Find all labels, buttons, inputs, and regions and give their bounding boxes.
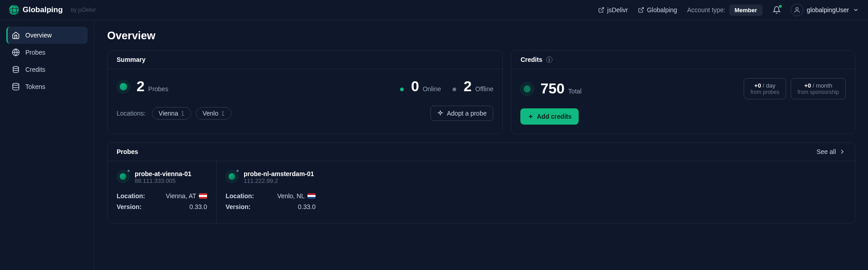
svg-point-5 — [13, 66, 19, 69]
sparkle-icon — [437, 110, 443, 116]
probe-item[interactable]: probe-nl-amsterdam-01 111.222.99.2 Locat… — [216, 161, 325, 223]
chevron-down-icon — [853, 7, 859, 13]
svg-line-0 — [601, 8, 604, 10]
probes-title: Probes — [117, 148, 138, 155]
coins-icon — [12, 65, 20, 74]
summary-title: Summary — [108, 51, 502, 69]
total-probes-label: Probes — [148, 85, 168, 93]
globe-icon — [12, 48, 20, 56]
account-type-label: Account type: — [687, 6, 726, 14]
summary-card: Summary 2 Probes 0 Online — [107, 50, 503, 134]
page-title: Overview — [107, 29, 855, 42]
probe-version-value: 0.33.0 — [189, 203, 207, 210]
notifications-button[interactable] — [773, 6, 781, 14]
probe-item[interactable]: probe-at-vienna-01 88.111.333.005 Locati… — [108, 161, 216, 223]
svg-point-8 — [526, 88, 528, 90]
credits-per-month-box: +0 / month from sponsorship — [791, 78, 846, 99]
credits-per-day-value: +0 — [755, 82, 761, 89]
credits-per-month-sub: from sponsorship — [797, 89, 839, 95]
user-icon — [793, 6, 801, 14]
locations-label: Locations: — [117, 110, 146, 117]
sidebar-item-label: Tokens — [25, 83, 45, 90]
probe-icon — [117, 80, 130, 93]
database-icon — [12, 83, 20, 91]
location-chip-name: Vienna — [159, 110, 178, 117]
probe-location-label: Location: — [117, 192, 145, 200]
brand-name: Globalping — [23, 5, 63, 14]
offline-stat: 2 Offline — [453, 78, 493, 95]
probe-location-value: Venlo, NL — [277, 192, 305, 200]
external-link-icon — [598, 7, 604, 13]
flag-at-icon — [199, 193, 207, 199]
probe-location-value: Vienna, AT — [166, 192, 196, 200]
add-credits-button[interactable]: Add credits — [520, 108, 579, 125]
main-content: Overview Summary 2 Probes 0 — [94, 20, 868, 270]
credits-per-day-box: +0 / day from probes — [744, 78, 786, 99]
app-header: Globalping by jsDelivr jsDelivr Globalpi… — [0, 0, 868, 20]
sidebar-item-label: Credits — [25, 66, 45, 73]
svg-point-2 — [796, 8, 798, 10]
location-chip-count: 1 — [221, 110, 225, 117]
probe-version-value: 0.33.0 — [298, 203, 316, 210]
probe-status-dot-icon — [236, 169, 240, 173]
credits-icon — [520, 82, 534, 96]
offline-label: Offline — [475, 85, 493, 93]
sidebar: Overview Probes Credits Tokens — [0, 20, 94, 270]
plus-icon — [528, 113, 534, 120]
link-jsdelivr-label: jsDelivr — [607, 6, 628, 14]
probe-location-label: Location: — [226, 192, 254, 200]
link-globalping-label: Globalping — [647, 6, 677, 14]
total-probes-count: 2 — [137, 78, 145, 95]
location-chip-venlo[interactable]: Venlo 1 — [196, 107, 231, 120]
credits-per-month-value: +0 — [804, 82, 811, 89]
flag-nl-icon — [307, 193, 316, 199]
external-link-icon — [638, 7, 644, 13]
credits-title: Credits — [520, 56, 542, 63]
online-dot-icon — [400, 88, 404, 91]
sidebar-item-probes[interactable]: Probes — [6, 44, 88, 61]
user-menu[interactable]: globalpingUser — [791, 4, 859, 16]
link-jsdelivr[interactable]: jsDelivr — [598, 6, 628, 14]
add-credits-label: Add credits — [537, 113, 571, 120]
probe-version-label: Version: — [226, 203, 250, 210]
sidebar-item-overview[interactable]: Overview — [6, 27, 88, 44]
credits-per-day-sub: from probes — [750, 89, 779, 95]
sidebar-item-credits[interactable]: Credits — [6, 61, 88, 78]
brand-byline: by jsDelivr — [71, 7, 96, 13]
svg-point-7 — [524, 86, 530, 92]
online-count: 0 — [411, 78, 419, 95]
credits-total: 750 — [540, 80, 564, 97]
sidebar-item-tokens[interactable]: Tokens — [6, 78, 88, 95]
probe-name: probe-nl-amsterdam-01 — [244, 170, 314, 177]
location-chip-vienna[interactable]: Vienna 1 — [152, 107, 191, 120]
adopt-probe-label: Adopt a probe — [447, 110, 487, 117]
credits-per-day-unit: / day — [763, 82, 775, 89]
online-stat: 0 Online — [400, 78, 441, 95]
info-icon[interactable]: i — [546, 56, 552, 63]
svg-point-6 — [13, 84, 19, 86]
credits-total-label: Total — [568, 88, 582, 95]
offline-dot-icon — [453, 88, 456, 91]
avatar — [791, 4, 803, 16]
adopt-probe-button[interactable]: Adopt a probe — [430, 106, 494, 121]
chevron-right-icon — [839, 148, 846, 155]
svg-line-1 — [641, 8, 643, 10]
probe-ip: 111.222.99.2 — [244, 177, 314, 184]
account-type-badge[interactable]: Member — [729, 5, 763, 16]
probe-status-dot-icon — [127, 169, 131, 173]
link-globalping[interactable]: Globalping — [638, 6, 677, 14]
online-label: Online — [423, 85, 441, 93]
see-all-link[interactable]: See all — [816, 148, 846, 155]
offline-count: 2 — [463, 78, 472, 95]
location-chip-count: 1 — [181, 110, 184, 117]
globalping-logo-icon — [9, 5, 19, 15]
probes-card: Probes See all probe-at-vienna-01 — [107, 142, 855, 223]
credits-per-month-unit: / month — [813, 82, 832, 89]
username: globalpingUser — [807, 6, 849, 14]
account-type: Account type: Member — [687, 5, 763, 16]
sidebar-item-label: Probes — [25, 49, 45, 56]
notification-dot — [779, 5, 782, 8]
brand[interactable]: Globalping by jsDelivr — [9, 5, 96, 15]
see-all-label: See all — [816, 148, 836, 155]
sidebar-item-label: Overview — [25, 32, 52, 39]
